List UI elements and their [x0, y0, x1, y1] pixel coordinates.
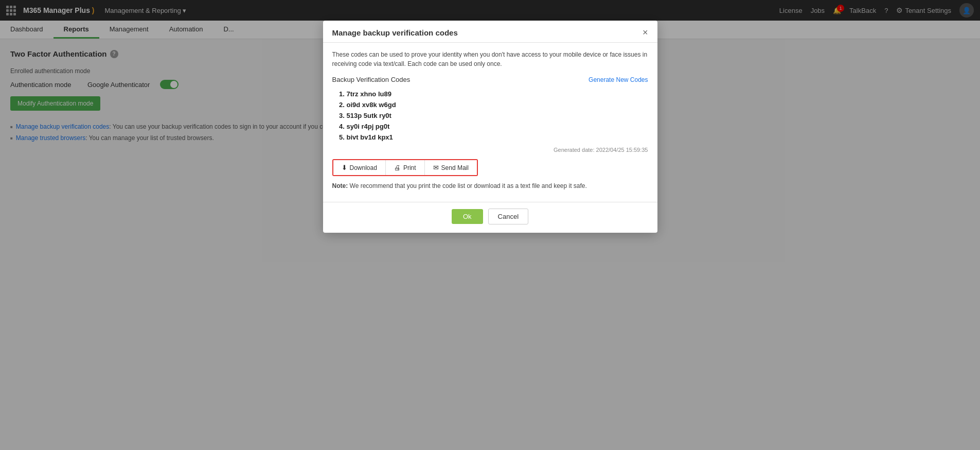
code-item-4: sy0i r4pj pg0t — [347, 121, 648, 132]
codes-header: Backup Verification Codes Generate New C… — [332, 76, 648, 83]
dialog-footer: Ok Cancel — [323, 202, 657, 233]
cancel-button[interactable]: Cancel — [488, 209, 528, 224]
modal-overlay: Manage backup verification codes × These… — [0, 0, 980, 450]
actions-row: ⬇ Download 🖨 Print ✉ Send Mail — [332, 159, 478, 176]
print-icon: 🖨 — [394, 164, 401, 171]
send-mail-button[interactable]: ✉ Send Mail — [425, 160, 477, 175]
mail-icon: ✉ — [433, 164, 439, 171]
codes-label: Backup Verification Codes — [332, 76, 411, 83]
backup-codes-dialog: Manage backup verification codes × These… — [323, 21, 657, 233]
code-item-2: oi9d xv8k w6gd — [347, 99, 648, 110]
print-button[interactable]: 🖨 Print — [386, 160, 425, 175]
code-item-1: 7trz xhno lu89 — [347, 89, 648, 99]
codes-list: 7trz xhno lu89 oi9d xv8k w6gd 513p 5utk … — [332, 89, 648, 143]
download-icon: ⬇ — [342, 164, 347, 171]
dialog-body: These codes can be used to prove your id… — [323, 43, 657, 202]
generated-date: Generated date: 2022/04/25 15:59:35 — [332, 147, 648, 153]
note-body: We recommend that you print the code lis… — [350, 182, 587, 189]
main-content: Two Factor Authentication ? Enrolled aut… — [0, 39, 980, 450]
dialog-note: Note: We recommend that you print the co… — [332, 182, 648, 189]
dialog-title: Manage backup verification codes — [332, 28, 458, 37]
note-label: Note: — [332, 182, 348, 189]
dialog-close-button[interactable]: × — [643, 28, 648, 37]
code-item-5: bivt bv1d kpx1 — [347, 132, 648, 143]
code-item-3: 513p 5utk ry0t — [347, 110, 648, 121]
generate-new-codes-link[interactable]: Generate New Codes — [589, 76, 648, 83]
ok-button[interactable]: Ok — [452, 209, 483, 224]
dialog-header: Manage backup verification codes × — [323, 21, 657, 43]
dialog-description: These codes can be used to prove your id… — [332, 50, 648, 68]
download-button[interactable]: ⬇ Download — [333, 160, 386, 175]
